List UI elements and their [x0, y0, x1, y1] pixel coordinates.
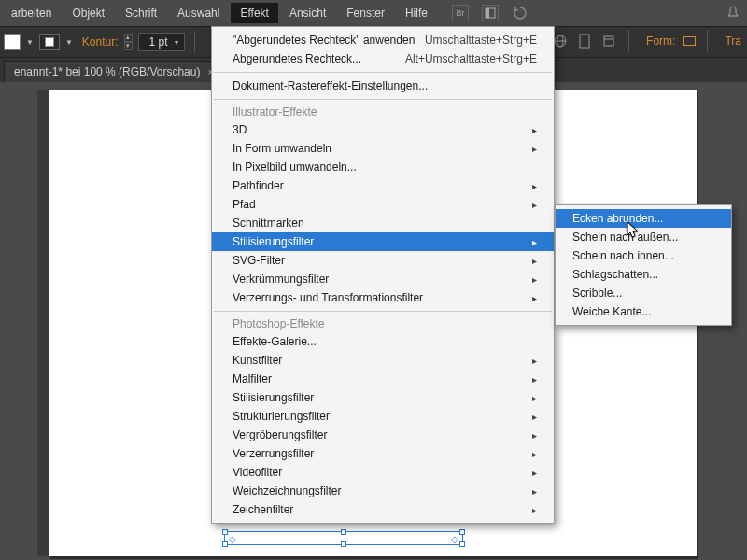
swatch-dropdown-icon[interactable]: ▼: [26, 38, 34, 47]
menu-pixelate[interactable]: Vergröberungsfilter: [212, 426, 554, 444]
document-tab[interactable]: enannt-1* bei 100 % (RGB/Vorschau) ×: [4, 61, 224, 82]
submenu-arrow-icon: [532, 428, 537, 441]
menu-blur[interactable]: Weichzeichnungsfilter: [212, 482, 554, 500]
menu-item-label: Ecken abrunden...: [572, 212, 663, 225]
menu-item-label: Pfad: [233, 198, 256, 211]
menu-3d[interactable]: 3D: [212, 120, 554, 139]
selected-object[interactable]: ◇ ◇: [224, 531, 463, 545]
svg-rect-1: [486, 8, 489, 18]
stroke-swatch[interactable]: [39, 34, 60, 50]
menu-item-shortcut: Alt+Umschalttaste+Strg+E: [405, 52, 537, 65]
menu-crop-marks[interactable]: Schnittmarken: [212, 214, 554, 232]
menu-pathfinder[interactable]: Pathfinder: [212, 176, 554, 195]
document-setup-icon[interactable]: [576, 33, 593, 49]
menu-path[interactable]: Pfad: [212, 195, 554, 214]
menu-item-shortcut: Umschalttaste+Strg+E: [425, 34, 537, 47]
form-label: Form:: [646, 35, 675, 48]
menu-arbeiten[interactable]: arbeiten: [2, 3, 61, 23]
notifications-icon[interactable]: [726, 6, 740, 23]
submenu-scribble[interactable]: Scribble...: [556, 284, 731, 302]
svg-rect-5: [580, 35, 589, 48]
submenu-arrow-icon: [532, 372, 537, 385]
menu-item-label: Effekte-Galerie...: [233, 335, 317, 348]
menu-item-label: Zeichenfilter: [233, 503, 293, 516]
menu-item-label: Stilisierungsfilter: [233, 235, 314, 248]
menu-stylize-ps[interactable]: Stilisierungsfilter: [212, 388, 554, 407]
menu-auswahl[interactable]: Auswahl: [168, 3, 229, 23]
stroke-weight-dropdown-icon[interactable]: ▾: [175, 38, 178, 47]
submenu-drop-shadow[interactable]: Schlagschatten...: [556, 265, 731, 284]
toolbar-divider: [194, 31, 195, 53]
menu-effect-gallery[interactable]: Effekte-Galerie...: [212, 332, 554, 351]
menu-section-illustrator: Illustrator-Effekte: [212, 104, 554, 120]
menu-distort-transform[interactable]: Verzerrungs- und Transformationsfilter: [212, 288, 554, 307]
menu-warp[interactable]: Verkrümmungsfilter: [212, 270, 554, 288]
menu-fenster[interactable]: Fenster: [337, 3, 394, 23]
menu-convert-to-shape[interactable]: In Form umwandeln: [212, 139, 554, 158]
menu-item-label: Verzerrungsfilter: [233, 447, 314, 460]
ruler-left: [37, 90, 49, 556]
menu-objekt[interactable]: Objekt: [63, 3, 114, 23]
submenu-feather[interactable]: Weiche Kante...: [556, 302, 731, 321]
menu-item-label: Scribble...: [572, 287, 622, 300]
menu-item-label: Videofilter: [233, 466, 282, 479]
selection-handle[interactable]: [459, 529, 465, 535]
menu-svg-filters[interactable]: SVG-Filter: [212, 251, 554, 270]
menu-last-effect[interactable]: Abgerundetes Rechteck... Alt+Umschalttas…: [212, 49, 554, 68]
submenu-inner-glow[interactable]: Schein nach innen...: [556, 246, 731, 265]
menu-hilfe[interactable]: Hilfe: [396, 3, 437, 23]
stylize-submenu: Ecken abrunden... Schein nach außen... S…: [555, 204, 732, 326]
menu-item-label: Strukturierungsfilter: [233, 410, 330, 423]
selection-handle[interactable]: [222, 541, 228, 547]
stroke-weight-spinner[interactable]: ▴▾: [124, 34, 133, 50]
layout-grid-icon[interactable]: [482, 5, 499, 21]
submenu-outer-glow[interactable]: Schein nach außen...: [556, 228, 731, 246]
anchor-end-icon: ◇: [451, 533, 458, 543]
menu-item-label: Schein nach außen...: [572, 231, 678, 244]
menu-artistic[interactable]: Kunstfilter: [212, 351, 554, 370]
menu-item-label: Weiche Kante...: [572, 305, 652, 318]
sync-icon[interactable]: [512, 5, 529, 21]
preferences-icon[interactable]: [600, 33, 617, 49]
menu-brush-strokes[interactable]: Malfilter: [212, 370, 554, 388]
selection-handle[interactable]: [341, 529, 346, 535]
menu-item-label: In Form umwandeln: [233, 142, 331, 155]
selection-handle[interactable]: [459, 541, 465, 547]
stroke-swatch-dropdown-icon[interactable]: ▼: [65, 38, 73, 47]
selection-handle[interactable]: [341, 541, 346, 547]
toolbar-right-cluster: Form: Tra: [536, 30, 741, 52]
fill-swatch[interactable]: [4, 34, 21, 50]
submenu-arrow-icon: [532, 391, 537, 404]
submenu-arrow-icon: [532, 198, 537, 211]
submenu-arrow-icon: [532, 142, 537, 155]
submenu-arrow-icon: [532, 291, 537, 304]
svg-rect-6: [604, 36, 613, 46]
menu-stylize[interactable]: Stilisierungsfilter: [212, 232, 554, 251]
submenu-arrow-icon: [532, 503, 537, 516]
menu-raster-settings[interactable]: Dokument-Rastereffekt-Einstellungen...: [212, 77, 554, 95]
shape-rect-icon[interactable]: [683, 36, 696, 46]
submenu-arrow-icon: [532, 354, 537, 367]
menu-schrift[interactable]: Schrift: [116, 3, 166, 23]
selection-handle[interactable]: [222, 529, 228, 535]
menu-sketch[interactable]: Zeichenfilter: [212, 500, 554, 519]
bridge-icon[interactable]: Br: [452, 5, 469, 21]
stroke-weight-field[interactable]: ▾: [138, 33, 185, 51]
menu-video[interactable]: Videofilter: [212, 463, 554, 482]
transform-label[interactable]: Tra: [725, 35, 741, 48]
submenu-arrow-icon: [532, 447, 537, 460]
menu-ansicht[interactable]: Ansicht: [280, 3, 335, 23]
menu-effekt[interactable]: Effekt: [231, 3, 277, 23]
menu-section-photoshop: Photoshop-Effekte: [212, 315, 554, 332]
menu-item-label: Kunstfilter: [233, 354, 282, 367]
stroke-weight-input[interactable]: [145, 35, 173, 49]
menu-apply-last-effect[interactable]: "Abgerundetes Rechteck" anwenden Umschal…: [212, 31, 554, 49]
menu-separator: [214, 311, 552, 312]
menu-distort-ps[interactable]: Verzerrungsfilter: [212, 444, 554, 463]
menu-texture[interactable]: Strukturierungsfilter: [212, 407, 554, 426]
menu-separator: [214, 99, 552, 100]
menu-separator: [214, 72, 552, 73]
submenu-round-corners[interactable]: Ecken abrunden...: [556, 209, 731, 228]
menu-rasterize[interactable]: In Pixelbild umwandeln...: [212, 158, 554, 176]
toolbar-divider: [707, 30, 708, 52]
